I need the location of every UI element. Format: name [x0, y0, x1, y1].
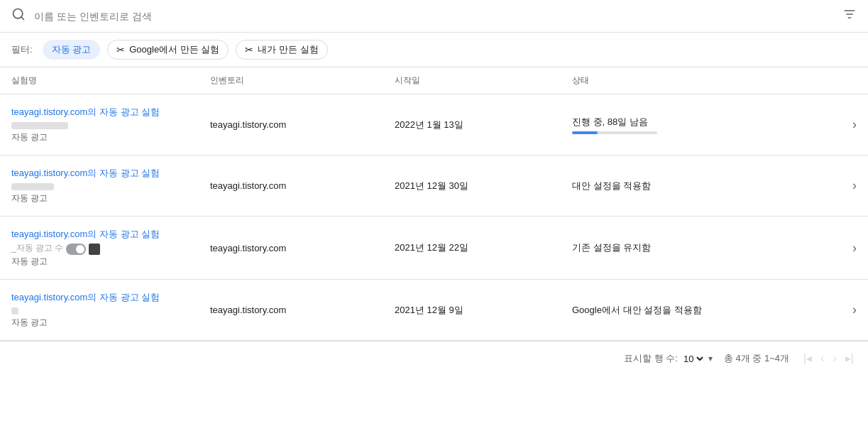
- col-header-name: 실험명: [11, 75, 210, 87]
- col-header-action: [828, 75, 857, 87]
- exp-sub-1: [11, 120, 210, 130]
- filter-chip-google-exp[interactable]: ✂ Google에서 만든 실험: [107, 40, 229, 60]
- progress-bar-fill-1: [572, 131, 598, 134]
- inventory-1: teayagi.tistory.com: [210, 119, 395, 130]
- dark-square-icon-3: [89, 244, 100, 255]
- inventory-4: teayagi.tistory.com: [210, 305, 395, 315]
- svg-line-1: [21, 17, 24, 20]
- table-row[interactable]: teayagi.tistory.com의 자동 광고 실험 자동 광고 teay…: [0, 280, 868, 341]
- exp-title-3: teayagi.tistory.com의 자동 광고 실험: [11, 228, 210, 241]
- filter-chip-my-exp[interactable]: ✂ 내가 만든 실험: [236, 40, 327, 60]
- scissor-icon-1: ✂: [116, 44, 125, 55]
- exp-sub-4: [11, 305, 210, 315]
- status-text-1: 진행 중, 88일 남음: [572, 116, 828, 129]
- row-chevron-2[interactable]: ›: [828, 178, 857, 193]
- inventory-3: teayagi.tistory.com: [210, 243, 395, 253]
- exp-sub-label-3: _자동 광고 수: [11, 242, 63, 254]
- pagination-bar: 표시할 행 수: 10 25 50 ▾ 총 4개 중 1~4개 |◂ ‹ › ▸…: [0, 341, 868, 376]
- google-exp-label: Google에서 만든 실험: [129, 43, 219, 56]
- filter-icon[interactable]: [842, 7, 857, 25]
- start-date-3: 2021년 12월 22일: [395, 241, 572, 254]
- table-header: 실험명 인벤토리 시작일 상태: [0, 67, 868, 94]
- status-2: 대안 설정을 적용함: [572, 180, 828, 192]
- start-date-1: 2022년 1월 13일: [395, 119, 572, 131]
- exp-tag-3: 자동 광고: [11, 256, 210, 268]
- last-page-button[interactable]: ▸|: [842, 350, 857, 367]
- search-bar: [0, 0, 868, 33]
- exp-name-cell-2: teayagi.tistory.com의 자동 광고 실험 자동 광고: [11, 167, 210, 204]
- filter-chip-auto-ad[interactable]: 자동 광고: [43, 40, 101, 60]
- table-row[interactable]: teayagi.tistory.com의 자동 광고 실험 자동 광고 teay…: [0, 94, 868, 155]
- search-icon: [11, 7, 26, 25]
- search-input[interactable]: [34, 11, 842, 22]
- row-chevron-1[interactable]: ›: [828, 117, 857, 132]
- progress-bar-bg-1: [572, 131, 657, 134]
- col-header-start: 시작일: [395, 75, 572, 87]
- my-exp-label: 내가 만든 실험: [258, 43, 318, 56]
- status-4: Google에서 대안 설정을 적용함: [572, 304, 828, 317]
- start-date-4: 2021년 12월 9일: [395, 304, 572, 317]
- rows-per-page-select[interactable]: 10 25 50: [681, 353, 705, 365]
- experiments-table: teayagi.tistory.com의 자동 광고 실험 자동 광고 teay…: [0, 94, 868, 341]
- exp-tag-1: 자동 광고: [11, 131, 210, 143]
- status-text-4: Google에서 대안 설정을 적용함: [572, 304, 828, 317]
- table-row[interactable]: teayagi.tistory.com의 자동 광고 실험 자동 광고 teay…: [0, 155, 868, 217]
- filter-bar: 필터: 자동 광고 ✂ Google에서 만든 실험 ✂ 내가 만든 실험: [0, 33, 868, 67]
- exp-name-cell-4: teayagi.tistory.com의 자동 광고 실험 자동 광고: [11, 291, 210, 329]
- col-header-inventory: 인벤토리: [210, 75, 395, 87]
- rows-per-page: 표시할 행 수: 10 25 50 ▾: [624, 352, 713, 365]
- filter-label: 필터:: [11, 43, 33, 56]
- rows-per-page-label: 표시할 행 수:: [624, 352, 678, 365]
- exp-tag-2: 자동 광고: [11, 192, 210, 204]
- pagination-info: 총 4개 중 1~4개: [724, 352, 789, 365]
- status-3: 기존 설정을 유지함: [572, 241, 828, 254]
- toggle-icon-3: [66, 244, 86, 255]
- auto-ad-label: 자동 광고: [52, 43, 92, 56]
- first-page-button[interactable]: |◂: [801, 350, 815, 367]
- pagination-buttons: |◂ ‹ › ▸|: [801, 350, 857, 367]
- exp-title-4: teayagi.tistory.com의 자동 광고 실험: [11, 291, 210, 304]
- status-text-2: 대안 설정을 적용함: [572, 180, 828, 192]
- status-text-3: 기존 설정을 유지함: [572, 241, 828, 254]
- prev-page-button[interactable]: ‹: [818, 350, 827, 367]
- table-row[interactable]: teayagi.tistory.com의 자동 광고 실험 _자동 광고 수 자…: [0, 217, 868, 280]
- next-page-button[interactable]: ›: [830, 350, 840, 367]
- row3-sub-icons: _자동 광고 수: [11, 242, 210, 256]
- inventory-2: teayagi.tistory.com: [210, 180, 395, 191]
- exp-name-cell-1: teayagi.tistory.com의 자동 광고 실험 자동 광고: [11, 106, 210, 143]
- exp-title-2: teayagi.tistory.com의 자동 광고 실험: [11, 167, 210, 180]
- exp-title-1: teayagi.tistory.com의 자동 광고 실험: [11, 106, 210, 119]
- exp-sub-2: [11, 181, 210, 191]
- scissor-icon-2: ✂: [245, 44, 253, 55]
- start-date-2: 2021년 12월 30일: [395, 180, 572, 192]
- row-chevron-3[interactable]: ›: [828, 241, 857, 256]
- dropdown-icon: ▾: [708, 354, 713, 364]
- col-header-status: 상태: [572, 75, 828, 87]
- row-chevron-4[interactable]: ›: [828, 302, 857, 317]
- status-1: 진행 중, 88일 남음: [572, 116, 828, 134]
- exp-tag-4: 자동 광고: [11, 317, 210, 329]
- exp-name-cell-3: teayagi.tistory.com의 자동 광고 실험 _자동 광고 수 자…: [11, 228, 210, 268]
